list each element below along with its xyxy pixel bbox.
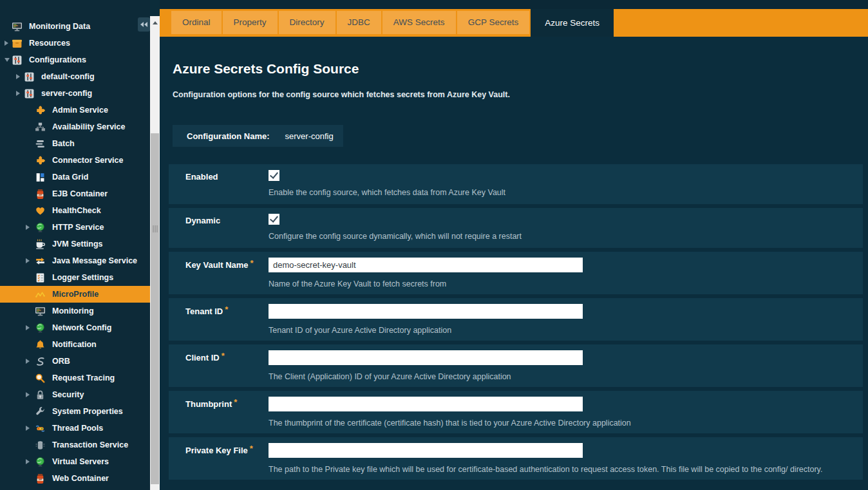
field-description: Enable the config source, which fetches …: [269, 188, 863, 197]
tree-expand-arrow-icon[interactable]: [26, 459, 30, 464]
sidebar-item-resources[interactable]: Resources: [0, 35, 150, 52]
sidebar-item-label: Availability Service: [52, 122, 126, 131]
required-asterisk: *: [222, 351, 225, 361]
sidebar-item-orb[interactable]: ORB: [0, 353, 150, 370]
private-key-file-input[interactable]: [269, 443, 583, 458]
sidebar-scrollbar[interactable]: [150, 16, 160, 490]
sidebar-item-availability-service[interactable]: Availability Service: [0, 118, 150, 135]
sidebar-item-data-grid[interactable]: Data Grid: [0, 169, 150, 185]
page-subtitle: Configuration options for the config sou…: [173, 90, 510, 99]
sidebar-item-request-tracing[interactable]: Request Tracing: [0, 370, 150, 386]
field-control-column: Configure the config source dynamically,…: [269, 208, 863, 248]
scrollbar-thumb[interactable]: [151, 133, 159, 484]
arrows-icon: [35, 256, 46, 267]
puzzle-icon: [35, 155, 46, 166]
tab-gcp-secrets[interactable]: GCP Secrets: [457, 11, 530, 34]
sidebar-item-transaction-service[interactable]: Transaction Service: [0, 437, 150, 453]
sidebar-item-http-service[interactable]: HTTP Service: [0, 219, 150, 236]
field-label: Client ID: [185, 353, 220, 363]
field-control-column: The path to the Private key file which w…: [269, 437, 863, 480]
tree-expand-arrow-icon[interactable]: [16, 74, 20, 79]
tab-jdbc[interactable]: JDBC: [337, 11, 381, 34]
form-row-tenant-id: Tenant ID*Tenant ID of your Azure Active…: [169, 298, 863, 341]
sidebar-item-batch[interactable]: Batch: [0, 135, 150, 152]
navigation-tree-panel: Monitoring DataResourcesConfigurationsde…: [0, 0, 150, 490]
tree-expand-arrow-icon[interactable]: [5, 41, 8, 46]
monitor-icon: [35, 306, 46, 317]
top-strip: [160, 0, 868, 9]
sidebar-item-label: HealthCheck: [52, 206, 101, 215]
sidebar-item-label: Web Container: [52, 474, 109, 483]
tree-expand-arrow-icon[interactable]: [26, 258, 30, 263]
tab-aws-secrets[interactable]: AWS Secrets: [382, 11, 456, 34]
tab-ordinal[interactable]: Ordinal: [171, 11, 222, 34]
field-description: The Client (Application) ID of your Azur…: [269, 372, 863, 381]
sidebar-item-security[interactable]: Security: [0, 386, 150, 403]
field-description: Tenant ID of your Azure Active Directory…: [269, 326, 863, 335]
orb-icon: [35, 356, 46, 367]
sidebar-item-ejb-container[interactable]: JAREJB Container: [0, 185, 150, 202]
sidebar-item-label: Resources: [29, 39, 70, 48]
sidebar-item-java-message-service[interactable]: Java Message Service: [0, 252, 150, 269]
checkbox-dynamic[interactable]: [269, 214, 279, 225]
sidebar-collapse-button[interactable]: [138, 17, 150, 32]
sidebar-item-label: EJB Container: [52, 189, 108, 198]
sidebar-item-notification[interactable]: Notification: [0, 336, 150, 353]
globe-icon: [35, 222, 46, 233]
sidebar-item-server-config[interactable]: server-config: [0, 85, 150, 102]
tab-directory[interactable]: Directory: [279, 11, 335, 34]
sidebar-item-configurations[interactable]: Configurations: [0, 52, 150, 68]
sidebar-item-network-config[interactable]: Network Config: [0, 319, 150, 336]
microprofile-icon: [35, 289, 46, 300]
tab-azure-secrets[interactable]: Azure Secrets: [531, 9, 614, 37]
transaction-icon: [35, 440, 46, 451]
scrollbar-up-button[interactable]: [150, 16, 160, 30]
sidebar-item-jvm-settings[interactable]: JVM Settings: [0, 236, 150, 252]
sidebar-item-monitoring[interactable]: Monitoring: [0, 303, 150, 319]
main-panel: OrdinalPropertyDirectoryJDBCAWS SecretsG…: [160, 0, 868, 490]
form-row-client-id: Client ID*The Client (Application) ID of…: [169, 344, 863, 387]
sliders-icon: [24, 88, 35, 99]
sidebar-item-thread-pools[interactable]: Thread Pools: [0, 420, 150, 437]
sidebar-item-label: Data Grid: [52, 173, 88, 182]
sidebar-item-virtual-servers[interactable]: Virtual Servers: [0, 453, 150, 470]
globe-icon: [35, 323, 46, 334]
tree-expand-arrow-icon[interactable]: [26, 359, 30, 364]
tenant-id-input[interactable]: [269, 304, 583, 319]
tree-expand-arrow-icon[interactable]: [26, 426, 30, 431]
sidebar-item-label: System Properties: [52, 407, 123, 416]
sidebar-item-admin-service[interactable]: Admin Service: [0, 102, 150, 118]
sidebar-item-default-config[interactable]: default-config: [0, 68, 150, 85]
magnifier-icon: [35, 373, 46, 384]
tree-expand-arrow-icon[interactable]: [16, 91, 20, 96]
sidebar-item-connector-service[interactable]: Connector Service: [0, 152, 150, 169]
coffee-icon: [35, 239, 46, 250]
chevron-left-icon: [144, 22, 147, 27]
checkbox-enabled[interactable]: [269, 170, 279, 181]
tree-expand-arrow-icon[interactable]: [26, 225, 30, 230]
sidebar-item-system-properties[interactable]: System Properties: [0, 403, 150, 420]
tree-expand-arrow-icon[interactable]: [26, 325, 30, 330]
sidebar-item-healthcheck[interactable]: HealthCheck: [0, 202, 150, 219]
tree-expand-arrow-icon[interactable]: [26, 392, 30, 397]
required-asterisk: *: [250, 444, 253, 453]
arrow-up-icon: [153, 21, 158, 24]
sidebar-item-label: Connector Service: [52, 156, 123, 165]
field-control-column: Name of the Azure Key Vault to fetch sec…: [269, 252, 863, 294]
layers-icon: [35, 138, 46, 149]
key-vault-name-input[interactable]: [269, 258, 583, 272]
chevron-left-icon: [140, 22, 144, 27]
thumbprint-input[interactable]: [269, 397, 583, 411]
field-label: Thumbprint: [185, 399, 232, 409]
sidebar-item-web-container[interactable]: JARWeb Container: [0, 470, 150, 487]
form-row-thumbprint: Thumbprint*The thumbprint of the certifi…: [169, 391, 863, 433]
client-id-input[interactable]: [269, 350, 583, 365]
sidebar-item-logger-settings[interactable]: Logger Settings: [0, 269, 150, 286]
config-form: EnabledEnable the config source, which f…: [169, 164, 863, 484]
tab-property[interactable]: Property: [223, 11, 278, 34]
tree-collapse-arrow-icon[interactable]: [5, 58, 10, 62]
sidebar-item-microprofile[interactable]: MicroProfile: [0, 286, 150, 303]
sidebar-item-monitoring-data[interactable]: Monitoring Data: [0, 18, 150, 35]
bell-icon: [35, 339, 46, 350]
sidebar-item-label: ORB: [52, 357, 70, 366]
